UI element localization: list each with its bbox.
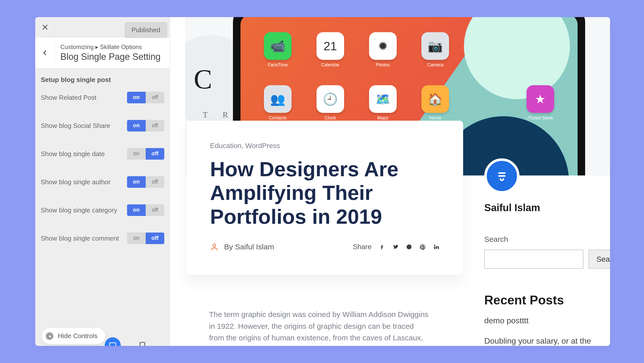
app-tile-icon: ✹ — [369, 32, 397, 60]
customizer-panel: Published Customizing ▸ Skillate Options… — [35, 17, 170, 346]
toggle-single-category[interactable]: onoff — [127, 204, 164, 216]
recent-post-item[interactable]: demo postttt — [484, 315, 605, 326]
tablet-icon — [138, 341, 146, 346]
post-categories[interactable]: Education, WordPress — [210, 142, 439, 150]
search-label: Search — [484, 235, 605, 244]
toggle-off[interactable]: off — [146, 233, 164, 244]
toggle-social-share[interactable]: onoff — [127, 120, 164, 131]
toggle-on[interactable]: on — [127, 176, 146, 188]
app-tile-label: Clock — [325, 115, 336, 121]
user-icon — [210, 243, 219, 251]
app-tile-icon: 21 — [316, 32, 344, 60]
author-name: Saiful Islam — [484, 202, 605, 213]
close-icon — [42, 24, 49, 31]
pinterest-icon[interactable] — [419, 244, 426, 250]
app-tile-label: Camera — [427, 62, 443, 68]
recent-posts-heading: Recent Posts — [484, 293, 605, 307]
google-icon[interactable] — [406, 244, 412, 250]
toggle-on[interactable]: on — [127, 120, 146, 131]
setting-label: Show blog single category — [41, 206, 117, 214]
app-tile-label: iTunes Store — [528, 115, 553, 121]
facebook-icon[interactable] — [379, 244, 385, 250]
post-title: How Designers Are Amplifying Their Portf… — [210, 157, 439, 229]
desktop-icon — [109, 341, 117, 346]
author-avatar[interactable] — [484, 158, 519, 194]
hide-controls-button[interactable]: ◂ Hide Controls — [42, 328, 105, 344]
published-badge[interactable]: Published — [125, 22, 167, 38]
toggle-off[interactable]: off — [146, 148, 164, 160]
device-tablet-button[interactable] — [134, 337, 150, 346]
post-author[interactable]: By Saiful Islam — [210, 243, 274, 251]
svg-point-9 — [213, 244, 216, 247]
app-tile-label: Calendar — [321, 62, 339, 68]
post-body: The term graphic design was coined by Wi… — [209, 309, 430, 346]
hero-app-icon: 👥Contacts — [254, 85, 302, 121]
setting-label: Show Related Post — [41, 94, 96, 102]
toggle-single-comment[interactable]: onoff — [127, 233, 164, 244]
collapse-icon: ◂ — [46, 332, 53, 340]
search-row: Search — [484, 250, 605, 269]
hero-app-icon: ★iTunes Store — [517, 85, 564, 121]
svg-point-10 — [407, 244, 412, 249]
app-tile-icon: 📹 — [264, 32, 292, 60]
toggle-on[interactable]: on — [127, 92, 146, 103]
breadcrumb-title: Blog Single Page Setting — [60, 52, 160, 62]
post-meta-row: By Saiful Islam Share — [210, 243, 439, 251]
app-tile-label: FaceTime — [268, 62, 288, 68]
hide-controls-label: Hide Controls — [58, 332, 98, 340]
setting-related-post: Show Related Postonoff — [41, 92, 164, 103]
setting-label: Show blog Social Share — [41, 122, 110, 130]
toggle-on[interactable]: on — [127, 204, 146, 216]
setting-single-comment: Show blog single commentonoff — [41, 233, 164, 244]
app-tile-icon: 👥 — [264, 85, 292, 113]
recent-post-item[interactable]: Doubling your salary, or at the very lea… — [484, 335, 605, 346]
settings-section-label: Setup blog single post — [41, 76, 164, 84]
back-button[interactable] — [35, 42, 55, 64]
setting-single-category: Show blog single categoryonoff — [41, 204, 164, 216]
hero-app-icon: 📹FaceTime — [254, 32, 302, 68]
app-tile-label: Home — [429, 115, 441, 121]
share-label: Share — [353, 243, 372, 251]
toggle-off[interactable]: off — [146, 120, 164, 131]
toggle-on[interactable]: on — [127, 233, 146, 244]
device-preview-bar — [105, 337, 180, 346]
setting-label: Show blog single date — [41, 150, 105, 158]
share-block: Share — [353, 243, 439, 251]
toggle-single-date[interactable]: onoff — [127, 148, 164, 160]
hero-app-icon: 🗺️Maps — [359, 85, 407, 121]
breadcrumb-row: Customizing ▸ Skillate Options Blog Sing… — [35, 37, 170, 68]
customizer-topbar: Published — [35, 17, 170, 37]
linkedin-icon[interactable] — [433, 244, 439, 250]
device-desktop-button[interactable] — [105, 337, 121, 346]
recent-posts-list: demo posttttDoubling your salary, or at … — [484, 315, 605, 346]
setting-single-author: Show blog single authoronoff — [41, 176, 164, 188]
setting-label: Show blog single comment — [41, 235, 119, 242]
toggle-related-post[interactable]: onoff — [127, 92, 164, 103]
setting-social-share: Show blog Social Shareonoff — [41, 120, 164, 131]
app-tile-label: Contacts — [269, 115, 287, 121]
chevron-left-icon — [42, 50, 48, 56]
breadcrumb-main: Customizing ▸ Skillate Options Blog Sing… — [55, 42, 166, 64]
svg-rect-5 — [140, 342, 145, 346]
toggle-off[interactable]: off — [146, 204, 164, 216]
app-tile-icon: 📷 — [421, 32, 449, 60]
hero-brand-subtext: T R — [203, 110, 234, 119]
search-input[interactable] — [484, 250, 583, 269]
post-author-text: By Saiful Islam — [224, 243, 274, 251]
app-window: Published Customizing ▸ Skillate Options… — [35, 17, 610, 346]
hero-app-icon: 🏠Home — [412, 85, 459, 121]
toggle-on[interactable]: on — [127, 148, 146, 160]
close-button[interactable] — [35, 17, 55, 37]
breadcrumb-path: Customizing ▸ Skillate Options — [60, 43, 160, 51]
toggle-single-author[interactable]: onoff — [127, 176, 164, 188]
svg-rect-2 — [110, 343, 116, 346]
toggle-off[interactable]: off — [146, 92, 164, 103]
app-tile-icon: 🗺️ — [369, 85, 397, 113]
app-tile-icon: ★ — [527, 85, 554, 113]
search-button[interactable]: Search — [588, 250, 610, 269]
twitter-icon[interactable] — [392, 244, 399, 250]
post-card: Education, WordPress How Designers Are A… — [186, 121, 463, 275]
settings-list: Setup blog single post Show Related Post… — [35, 68, 170, 346]
toggle-off[interactable]: off — [146, 176, 164, 188]
app-tile-icon: 🏠 — [421, 85, 449, 113]
